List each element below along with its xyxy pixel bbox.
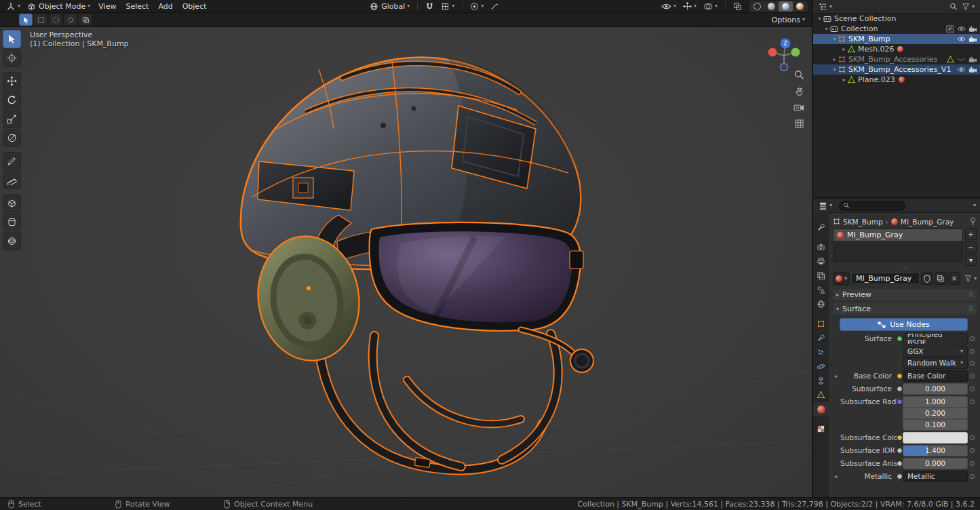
- tool-rotate[interactable]: [3, 91, 21, 109]
- axis-y-ball[interactable]: [791, 48, 800, 57]
- browse-material-button[interactable]: ▾: [833, 272, 850, 285]
- tool-cursor[interactable]: [3, 49, 21, 67]
- viewport-canvas[interactable]: User Perspective (1) Collection | SKM_Bu…: [0, 27, 812, 497]
- tool-transform[interactable]: [3, 129, 21, 147]
- expander-icon[interactable]: ▾: [816, 16, 823, 22]
- expander-icon[interactable]: ▸: [840, 46, 848, 52]
- render-camera-icon[interactable]: [968, 56, 977, 63]
- render-camera-icon[interactable]: [968, 26, 977, 33]
- metallic-link-field[interactable]: Metallic: [903, 471, 968, 482]
- subsurface-aniso-slider[interactable]: 0.000: [903, 458, 968, 469]
- outliner-filter-button[interactable]: ▾: [960, 1, 977, 12]
- outliner-row-scene-collection[interactable]: ▾ Scene Collection: [813, 14, 980, 24]
- outliner-row-collection[interactable]: ▾ Collection ✓: [813, 24, 980, 34]
- pin-icon[interactable]: [969, 217, 977, 226]
- tool-move[interactable]: [3, 72, 21, 90]
- expander-icon[interactable]: ▾: [823, 26, 830, 32]
- decorator-icon[interactable]: [968, 461, 977, 466]
- list-resize-grip[interactable]: ⋯: [833, 266, 977, 271]
- tab-modifiers[interactable]: [813, 331, 829, 345]
- selectability-visibility-dropdown[interactable]: ▾: [658, 1, 680, 12]
- tool-add-cube[interactable]: [3, 194, 21, 212]
- tab-object[interactable]: [813, 317, 829, 331]
- menu-object[interactable]: Object: [178, 2, 212, 11]
- outliner-display-mode-button[interactable]: ▾: [817, 1, 834, 12]
- radius-x-field[interactable]: 1.000: [903, 396, 968, 408]
- shading-wireframe-button[interactable]: [750, 1, 764, 12]
- decorator-icon[interactable]: [968, 361, 977, 366]
- outliner-row-plane-023[interactable]: ▸ Plane.023: [813, 75, 980, 85]
- tab-render[interactable]: [813, 240, 829, 254]
- outliner-row-skm-bump-accessories-v1[interactable]: ▾ SKM_Bump_Accessories_V1: [813, 64, 980, 75]
- snap-toggle[interactable]: [422, 1, 437, 12]
- decorator-icon[interactable]: [968, 448, 977, 453]
- link-filter-dropdown[interactable]: ▾: [964, 275, 977, 282]
- menu-add[interactable]: Add: [153, 2, 177, 11]
- overlays-dropdown[interactable]: ▾: [700, 1, 721, 12]
- shading-solid-button[interactable]: [764, 1, 779, 12]
- panel-header-preview[interactable]: ▸ Preview ⠿: [833, 289, 977, 300]
- proportional-editing-toggle[interactable]: ▾: [467, 1, 487, 12]
- shading-material-preview-button[interactable]: [779, 1, 793, 12]
- material-slot-list[interactable]: MI_Bump_Gray: [833, 229, 963, 262]
- expander-icon[interactable]: ▸: [840, 77, 848, 83]
- properties-editor-button[interactable]: ▾: [817, 200, 834, 212]
- mode-select[interactable]: Object Mode ▾: [24, 1, 94, 12]
- pan-hand-button[interactable]: [791, 85, 806, 96]
- radius-z-field[interactable]: 0.100: [903, 419, 968, 431]
- remove-material-slot-button[interactable]: −: [965, 241, 977, 253]
- tab-output[interactable]: [813, 254, 829, 269]
- proportional-falloff-dropdown[interactable]: [487, 1, 503, 12]
- use-nodes-button[interactable]: Use Nodes: [840, 318, 968, 331]
- expander-icon[interactable]: ▸: [831, 56, 838, 62]
- toggle-ortho-button[interactable]: [791, 118, 806, 129]
- expander-icon[interactable]: ▸: [833, 473, 840, 479]
- zoom-button[interactable]: [791, 69, 806, 80]
- fake-user-shield-button[interactable]: [921, 272, 933, 285]
- tab-material[interactable]: [813, 402, 829, 416]
- add-material-slot-button[interactable]: +: [965, 229, 977, 240]
- surface-shader-dropdown[interactable]: Principled BSDF: [903, 333, 968, 345]
- decorator-icon[interactable]: [968, 474, 977, 479]
- xray-toggle[interactable]: [730, 1, 745, 12]
- decorator-icon[interactable]: [968, 336, 977, 341]
- select-mode-set-button[interactable]: [19, 14, 33, 26]
- outliner-row-skm-bump[interactable]: ▾ SKM_Bump: [813, 34, 980, 44]
- tool-sphere[interactable]: [3, 232, 21, 250]
- tab-particles[interactable]: [813, 345, 829, 359]
- breadcrumb-material[interactable]: MI_Bump_Gray: [901, 218, 954, 226]
- subsurface-ior-slider[interactable]: 1.400: [903, 445, 968, 456]
- decorator-icon[interactable]: [968, 387, 977, 391]
- expander-icon[interactable]: ▾: [831, 66, 838, 73]
- tab-scene[interactable]: [813, 283, 829, 297]
- tool-annotate[interactable]: [3, 152, 21, 170]
- subsurface-color-swatch[interactable]: [903, 432, 968, 444]
- select-mode-subtract-button[interactable]: [49, 14, 62, 26]
- tab-texture[interactable]: [813, 422, 829, 436]
- render-camera-icon[interactable]: [968, 66, 977, 73]
- expander-icon[interactable]: ▸: [833, 373, 840, 379]
- collection-checkbox[interactable]: ✓: [946, 25, 954, 33]
- decorator-icon[interactable]: [968, 374, 977, 378]
- tool-select-box[interactable]: [3, 30, 21, 48]
- snap-settings-dropdown[interactable]: ▾: [437, 1, 458, 12]
- unlink-material-button[interactable]: ×: [948, 272, 960, 285]
- radius-y-field[interactable]: 0.200: [903, 408, 968, 419]
- tool-measure[interactable]: [3, 171, 21, 189]
- render-camera-icon[interactable]: [968, 36, 977, 43]
- tab-world[interactable]: [813, 297, 829, 311]
- 3d-scene-helmet[interactable]: [0, 27, 812, 497]
- tool-scale[interactable]: [3, 110, 21, 128]
- transform-orientation-dropdown[interactable]: Global ▾: [366, 1, 413, 12]
- subsurface-slider[interactable]: 0.000: [903, 383, 968, 395]
- shading-rendered-button[interactable]: [793, 1, 807, 12]
- camera-view-button[interactable]: [791, 102, 806, 113]
- distribution-dropdown[interactable]: GGX ▾: [903, 346, 968, 357]
- tab-tool[interactable]: [813, 220, 829, 235]
- drag-grip-icon[interactable]: ⠿: [968, 305, 973, 313]
- select-mode-intersect-button[interactable]: [79, 14, 92, 26]
- panel-header-surface[interactable]: ▾ Surface ⠿: [833, 303, 977, 315]
- expander-icon[interactable]: ▾: [831, 36, 838, 42]
- tab-object-data[interactable]: [813, 388, 829, 402]
- hide-eye-closed-icon[interactable]: [957, 56, 966, 62]
